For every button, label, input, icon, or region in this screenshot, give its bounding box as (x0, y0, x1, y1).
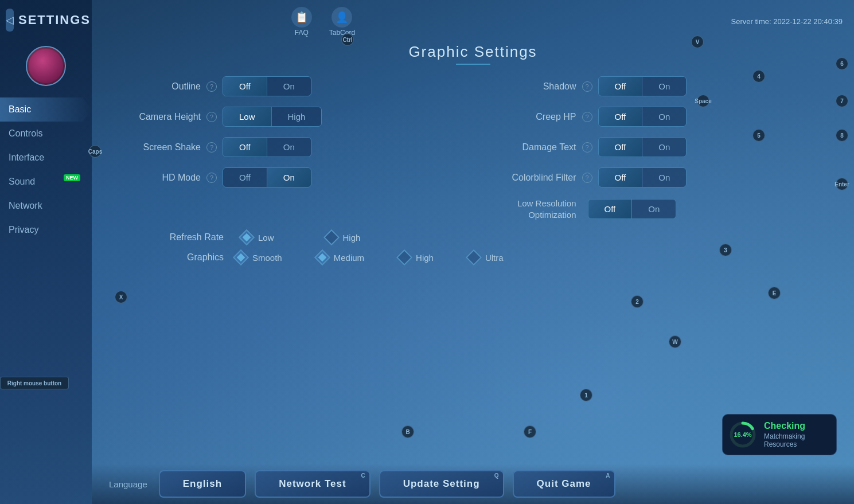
back-button[interactable]: ◁ (6, 9, 14, 32)
screen-shake-on[interactable]: On (267, 138, 311, 157)
graphics-high-radio[interactable] (396, 249, 412, 265)
topbar-icons: 📋 FAQ 👤 TabCord (291, 7, 355, 37)
shadow-off[interactable]: Off (599, 77, 642, 96)
outline-toggle: Off On (223, 76, 311, 96)
screen-shake-off[interactable]: Off (223, 138, 267, 157)
network-test-shortcut: C (361, 472, 365, 479)
graphics-smooth-label: Smooth (252, 253, 282, 263)
shadow-setting: Shadow ? Off On (485, 76, 837, 96)
hd-mode-help[interactable]: ? (206, 173, 217, 183)
sidebar-header: ◁ SETTINGS (0, 0, 92, 40)
camera-height-toggle: Low High (223, 107, 322, 127)
network-test-button[interactable]: Network Test C (255, 470, 371, 498)
screen-shake-toggle: Off On (223, 137, 311, 157)
shadow-on[interactable]: On (642, 77, 686, 96)
outline-off[interactable]: Off (223, 77, 267, 96)
bottom-bar: Language English Network Test C Update S… (92, 464, 854, 504)
refresh-high-radio[interactable] (323, 229, 339, 245)
sidebar-item-privacy[interactable]: Privacy (0, 218, 92, 242)
refresh-low-radio[interactable] (239, 229, 255, 245)
graphics-medium-label: Medium (334, 253, 364, 263)
refresh-high-option[interactable]: High (326, 232, 361, 243)
creep-hp-on[interactable]: On (642, 107, 686, 126)
damage-text-toggle: Off On (598, 137, 687, 157)
hd-mode-toggle: Off On (223, 167, 311, 187)
graphics-smooth-option[interactable]: Smooth (235, 252, 282, 263)
hd-mode-label: HD Mode (109, 173, 201, 183)
hd-mode-on[interactable]: On (267, 168, 311, 187)
colorblind-on[interactable]: On (642, 168, 686, 187)
progress-circle: 16.4% (728, 420, 757, 449)
creep-hp-label: Creep HP (485, 112, 576, 122)
graphics-high-option[interactable]: High (399, 252, 434, 263)
shadow-help[interactable]: ? (582, 81, 592, 92)
shadow-toggle: Off On (598, 76, 687, 96)
colorblind-off[interactable]: Off (599, 168, 642, 187)
faq-button[interactable]: 📋 FAQ (291, 7, 312, 37)
sidebar-item-network[interactable]: Network (0, 194, 92, 218)
colorblind-filter-setting: Colorblind Filter ? Off On (485, 167, 837, 187)
kb-right-mouse: Right mouse button (0, 377, 69, 389)
colorblind-filter-toggle: Off On (598, 167, 687, 187)
hd-mode-off[interactable]: Off (223, 168, 267, 187)
left-column: Outline ? Off On Camera Height ? Low Hig… (109, 76, 462, 220)
screen-shake-help[interactable]: ? (206, 142, 217, 153)
low-res-toggle: Off On (588, 199, 677, 219)
new-badge-sound: NEW (64, 174, 80, 181)
creep-hp-off[interactable]: Off (599, 107, 642, 126)
refresh-low-option[interactable]: Low (241, 232, 274, 243)
damage-text-help[interactable]: ? (582, 142, 592, 153)
avatar-image (29, 49, 63, 83)
low-res-off[interactable]: Off (588, 200, 632, 218)
update-setting-button[interactable]: Update Setting Q (379, 470, 504, 498)
outline-setting: Outline ? Off On (109, 76, 462, 96)
quit-game-button[interactable]: Quit Game A (513, 470, 615, 498)
graphics-medium-radio[interactable] (314, 249, 330, 265)
right-column: Shadow ? Off On Creep HP ? Off On (485, 76, 837, 220)
graphics-ultra-label: Ultra (485, 253, 504, 263)
low-res-label: Low ResolutionOptimization (485, 198, 576, 220)
sidebar-item-controls[interactable]: Controls (0, 122, 92, 146)
hd-mode-setting: HD Mode ? Off On (109, 167, 462, 187)
creep-hp-help[interactable]: ? (582, 112, 592, 122)
quit-game-shortcut: A (606, 472, 610, 479)
low-res-on[interactable]: On (632, 200, 676, 218)
faq-label: FAQ (295, 29, 309, 37)
nav-items: BasicControlsInterfaceSoundNEWNetworkPri… (0, 97, 92, 242)
checking-sub: MatchmakingResources (764, 432, 805, 448)
screen-shake-setting: Screen Shake ? Off On (109, 137, 462, 157)
sidebar-item-interface[interactable]: Interface (0, 146, 92, 170)
camera-height-high[interactable]: High (272, 107, 322, 126)
graphics-medium-option[interactable]: Medium (317, 252, 364, 263)
damage-text-off[interactable]: Off (599, 138, 642, 157)
camera-height-low[interactable]: Low (223, 107, 271, 126)
checking-info: Checking MatchmakingResources (764, 421, 805, 448)
graphics-smooth-radio[interactable] (233, 249, 249, 265)
graphics-label: Graphics (109, 252, 224, 263)
low-res-setting: Low ResolutionOptimization Off On (485, 198, 837, 220)
colorblind-filter-label: Colorblind Filter (485, 173, 576, 183)
refresh-high-label: High (343, 233, 361, 243)
camera-height-help[interactable]: ? (206, 112, 217, 122)
graphics-ultra-radio[interactable] (466, 249, 482, 265)
creep-hp-setting: Creep HP ? Off On (485, 107, 837, 127)
refresh-low-label: Low (258, 233, 274, 243)
outline-label: Outline (109, 81, 201, 92)
outline-help[interactable]: ? (206, 81, 217, 92)
title-underline (456, 64, 490, 65)
graphics-ultra-option[interactable]: Ultra (468, 252, 504, 263)
sidebar-item-sound[interactable]: SoundNEW (0, 170, 92, 194)
sidebar-item-basic[interactable]: Basic (0, 97, 92, 122)
tabcord-button[interactable]: 👤 TabCord (329, 7, 355, 37)
colorblind-filter-help[interactable]: ? (582, 173, 592, 183)
damage-text-on[interactable]: On (642, 138, 686, 157)
outline-on[interactable]: On (267, 77, 311, 96)
english-button[interactable]: English (159, 470, 246, 498)
screen-shake-label: Screen Shake (109, 142, 201, 153)
server-time: Server time: 2022-12-22 20:40:39 (731, 17, 843, 26)
checking-status: Checking (764, 421, 805, 431)
update-setting-shortcut: Q (494, 472, 500, 479)
checking-popup: 16.4% Checking MatchmakingResources (722, 414, 837, 455)
avatar (26, 46, 66, 86)
creep-hp-toggle: Off On (598, 107, 687, 127)
